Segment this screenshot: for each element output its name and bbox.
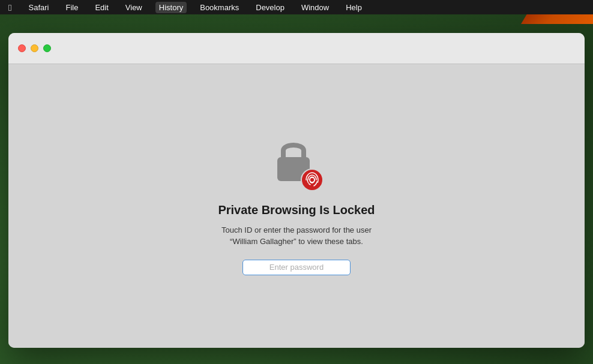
help-menu[interactable]: Help xyxy=(342,2,366,13)
edit-menu[interactable]: Edit xyxy=(91,2,112,13)
apple-menu[interactable]:  xyxy=(5,1,15,14)
window-titlebar xyxy=(8,33,585,64)
fingerprint-badge xyxy=(301,169,324,191)
safari-menu[interactable]: Safari xyxy=(25,2,52,13)
lock-icon-container xyxy=(272,137,321,191)
window-menu[interactable]: Window xyxy=(298,2,333,13)
lock-title: Private Browsing Is Locked xyxy=(218,203,375,217)
traffic-lights xyxy=(18,44,51,52)
history-menu[interactable]: History xyxy=(155,2,187,13)
password-input[interactable] xyxy=(242,260,351,275)
minimize-button[interactable] xyxy=(31,44,38,52)
file-menu[interactable]: File xyxy=(62,2,82,13)
close-button[interactable] xyxy=(18,44,26,52)
window-content: Private Browsing Is Locked Touch ID or e… xyxy=(8,64,585,348)
menubar:  Safari File Edit View History Bookmark… xyxy=(0,0,593,14)
develop-menu[interactable]: Develop xyxy=(252,2,288,13)
bookmarks-menu[interactable]: Bookmarks xyxy=(196,2,242,13)
lock-description: Touch ID or enter the password for the u… xyxy=(221,224,372,248)
maximize-button[interactable] xyxy=(43,44,51,52)
safari-window: Private Browsing Is Locked Touch ID or e… xyxy=(8,33,585,348)
fingerprint-icon xyxy=(304,172,320,188)
view-menu[interactable]: View xyxy=(122,2,146,13)
